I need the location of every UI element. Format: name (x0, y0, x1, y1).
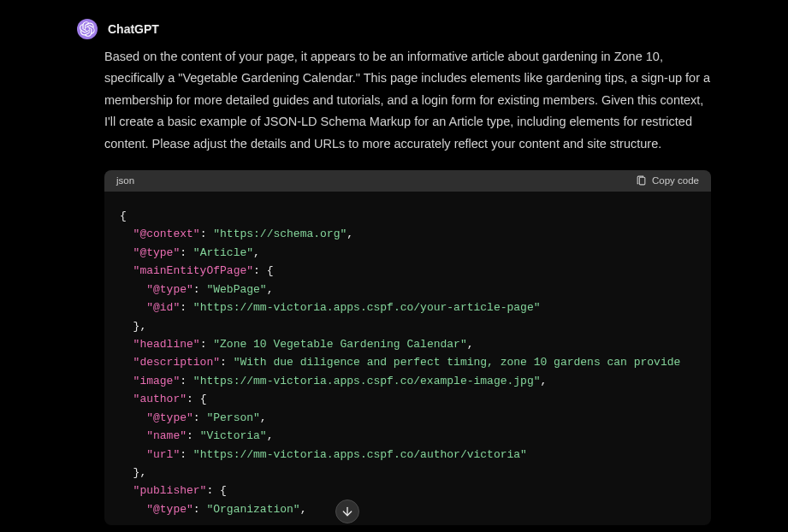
code-language-label: json (116, 175, 134, 186)
code-content[interactable]: { "@context": "https://schema.org", "@ty… (104, 192, 711, 525)
openai-logo-icon (80, 21, 95, 37)
author-name: ChatGPT (108, 22, 159, 36)
copy-code-label: Copy code (652, 175, 699, 186)
avatar (77, 19, 98, 39)
assistant-message: ChatGPT Based on the content of your pag… (0, 0, 788, 525)
message-header: ChatGPT (77, 19, 711, 39)
clipboard-icon (636, 175, 647, 186)
scroll-to-bottom-button[interactable] (335, 499, 359, 523)
arrow-down-icon (341, 505, 354, 518)
svg-rect-0 (639, 177, 645, 185)
copy-code-button[interactable]: Copy code (636, 175, 699, 186)
code-header: json Copy code (104, 170, 711, 192)
code-block: json Copy code { "@context": "https://sc… (104, 170, 711, 525)
message-body: Based on the content of your page, it ap… (77, 46, 711, 155)
